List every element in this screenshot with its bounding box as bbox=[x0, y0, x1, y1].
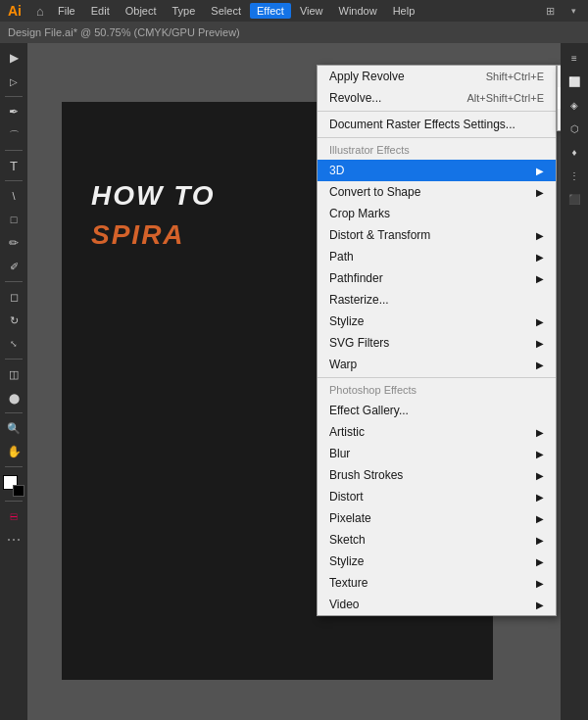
menu-edit[interactable]: Edit bbox=[84, 3, 117, 19]
submenu-3d[interactable]: Extru... Revol... Rotat... bbox=[557, 65, 561, 131]
panel-icon-1[interactable]: ≡ bbox=[564, 47, 585, 69]
menu-convert-shape[interactable]: Convert to Shape ▶ bbox=[318, 181, 556, 203]
effect-dropdown[interactable]: Apply Revolve Shift+Ctrl+E Revolve... Al… bbox=[317, 65, 557, 616]
menu-effect[interactable]: Effect bbox=[250, 3, 291, 19]
menu-stylize[interactable]: Stylize ▶ bbox=[318, 311, 556, 332]
rect-tool[interactable]: □ bbox=[3, 209, 24, 230]
gradient-tool[interactable]: ◫ bbox=[3, 363, 24, 385]
menu-rasterize[interactable]: Rasterize... bbox=[318, 289, 556, 311]
scale-tool[interactable]: ⤡ bbox=[3, 333, 24, 355]
blend-tool[interactable]: ⬤ bbox=[3, 387, 24, 408]
panel-icon-2[interactable]: ⬜ bbox=[564, 71, 585, 92]
doc-raster-label: Document Raster Effects Settings... bbox=[329, 118, 515, 131]
pixelate-arrow: ▶ bbox=[536, 513, 544, 524]
menu-artistic[interactable]: Artistic ▶ bbox=[318, 421, 556, 443]
pen-tool[interactable]: ✒ bbox=[3, 101, 24, 122]
menu-crop-marks[interactable]: Crop Marks bbox=[318, 203, 556, 224]
menu-distort[interactable]: Distort ▶ bbox=[318, 486, 556, 507]
menu-stylize-ps[interactable]: Stylize ▶ bbox=[318, 551, 556, 572]
menu-select[interactable]: Select bbox=[204, 3, 248, 19]
more-tools[interactable]: ··· bbox=[6, 529, 21, 550]
menu-revolve[interactable]: Revolve... Alt+Shift+Ctrl+E bbox=[318, 87, 556, 109]
pathfinder-label: Pathfinder bbox=[329, 271, 383, 285]
submenu-rotate[interactable]: Rotat... bbox=[558, 109, 561, 130]
menu-window[interactable]: Window bbox=[332, 3, 384, 19]
selection-tool[interactable]: ▶ bbox=[3, 47, 24, 69]
sketch-label: Sketch bbox=[329, 533, 366, 547]
direct-select-tool[interactable]: ▷ bbox=[3, 71, 24, 92]
left-toolbar: ▶ ▷ ✒ ⌒ T \ □ ✏ ✐ ◻ ↻ ⤡ ◫ ⬤ 🔍 ✋ □ ··· bbox=[0, 43, 27, 720]
menu-path[interactable]: Path ▶ bbox=[318, 246, 556, 267]
grid-icon[interactable]: ⊞ bbox=[539, 0, 561, 22]
chevron-down-icon[interactable]: ▾ bbox=[563, 0, 584, 22]
menu-view[interactable]: View bbox=[293, 3, 330, 19]
rasterize-label: Rasterize... bbox=[329, 293, 389, 307]
menu-effect-gallery[interactable]: Effect Gallery... bbox=[318, 400, 556, 421]
menu-sketch[interactable]: Sketch ▶ bbox=[318, 529, 556, 551]
hand-tool[interactable]: ✋ bbox=[3, 441, 24, 462]
text-how-to: HOW TO bbox=[91, 180, 216, 212]
rotate-tool[interactable]: ↻ bbox=[3, 310, 24, 331]
submenu-extrude[interactable]: Extru... bbox=[558, 66, 561, 87]
zoom-tool[interactable]: 🔍 bbox=[3, 417, 24, 439]
svg-filters-arrow: ▶ bbox=[536, 338, 544, 349]
panel-icon-3[interactable]: ◈ bbox=[564, 94, 585, 116]
none-swatch[interactable]: □ bbox=[3, 505, 24, 527]
brush-strokes-label: Brush Strokes bbox=[329, 468, 403, 482]
menu-warp[interactable]: Warp ▶ bbox=[318, 354, 556, 375]
menu-apply-revolve[interactable]: Apply Revolve Shift+Ctrl+E bbox=[318, 66, 556, 87]
revolve-shortcut: Alt+Shift+Ctrl+E bbox=[466, 92, 544, 104]
video-arrow: ▶ bbox=[536, 600, 544, 610]
menu-pixelate[interactable]: Pixelate ▶ bbox=[318, 507, 556, 529]
pathfinder-arrow: ▶ bbox=[536, 273, 544, 284]
menu-distort-transform[interactable]: Distort & Transform ▶ bbox=[318, 224, 556, 246]
tool-separator-5 bbox=[5, 359, 23, 360]
menu-doc-raster[interactable]: Document Raster Effects Settings... bbox=[318, 114, 556, 135]
document-title: Design File.ai* @ 50.75% (CMYK/GPU Previ… bbox=[8, 26, 240, 38]
paintbrush-tool[interactable]: ✏ bbox=[3, 232, 24, 254]
distort-transform-label: Distort & Transform bbox=[329, 228, 430, 242]
type-tool[interactable]: T bbox=[3, 155, 24, 176]
home-icon[interactable]: ⌂ bbox=[29, 0, 51, 22]
tool-separator-4 bbox=[5, 281, 23, 282]
stylize-label: Stylize bbox=[329, 314, 364, 328]
stylize-arrow: ▶ bbox=[536, 316, 544, 327]
submenu-revolve[interactable]: Revol... bbox=[558, 87, 561, 109]
eraser-tool[interactable]: ◻ bbox=[3, 286, 24, 308]
menu-blur[interactable]: Blur ▶ bbox=[318, 443, 556, 464]
menu-svg-filters[interactable]: SVG Filters ▶ bbox=[318, 332, 556, 354]
3d-label: 3D bbox=[329, 164, 344, 177]
curvature-tool[interactable]: ⌒ bbox=[3, 124, 24, 146]
menubar: Ai ⌂ File Edit Object Type Select Effect… bbox=[0, 0, 588, 22]
menu-video[interactable]: Video ▶ bbox=[318, 594, 556, 615]
main-layout: ▶ ▷ ✒ ⌒ T \ □ ✏ ✐ ◻ ↻ ⤡ ◫ ⬤ 🔍 ✋ □ ··· bbox=[0, 43, 588, 720]
svg-filters-label: SVG Filters bbox=[329, 336, 389, 350]
menu-help[interactable]: Help bbox=[386, 3, 422, 19]
menu-pathfinder[interactable]: Pathfinder ▶ bbox=[318, 267, 556, 289]
menu-3d[interactable]: 3D ▶ bbox=[318, 160, 556, 181]
convert-shape-label: Convert to Shape bbox=[329, 185, 420, 199]
pixelate-label: Pixelate bbox=[329, 511, 371, 525]
menu-file[interactable]: File bbox=[51, 3, 82, 19]
titlebar: Design File.ai* @ 50.75% (CMYK/GPU Previ… bbox=[0, 22, 588, 43]
tool-separator-7 bbox=[5, 466, 23, 467]
menu-object[interactable]: Object bbox=[119, 3, 164, 19]
panel-icon-6[interactable]: ⋮ bbox=[564, 165, 585, 186]
menu-items: File Edit Object Type Select Effect View… bbox=[51, 3, 421, 19]
stroke-swatch[interactable] bbox=[13, 485, 24, 497]
menu-type[interactable]: Type bbox=[166, 3, 203, 19]
line-tool[interactable]: \ bbox=[3, 185, 24, 207]
tool-separator-6 bbox=[5, 412, 23, 413]
panel-icon-7[interactable]: ⬛ bbox=[564, 188, 585, 210]
pencil-tool[interactable]: ✐ bbox=[3, 256, 24, 277]
panel-icon-5[interactable]: ♦ bbox=[564, 141, 585, 163]
menu-texture[interactable]: Texture ▶ bbox=[318, 572, 556, 594]
blur-arrow: ▶ bbox=[536, 449, 544, 459]
illus-effects-label: Illustrator Effects bbox=[318, 140, 556, 160]
path-arrow: ▶ bbox=[536, 252, 544, 263]
canvas-area: HOW TO SPIRA bbox=[27, 43, 561, 720]
panel-icon-4[interactable]: ⬡ bbox=[564, 118, 585, 139]
menu-brush-strokes[interactable]: Brush Strokes ▶ bbox=[318, 464, 556, 486]
color-swatches[interactable] bbox=[3, 475, 24, 497]
tool-separator-2 bbox=[5, 150, 23, 151]
